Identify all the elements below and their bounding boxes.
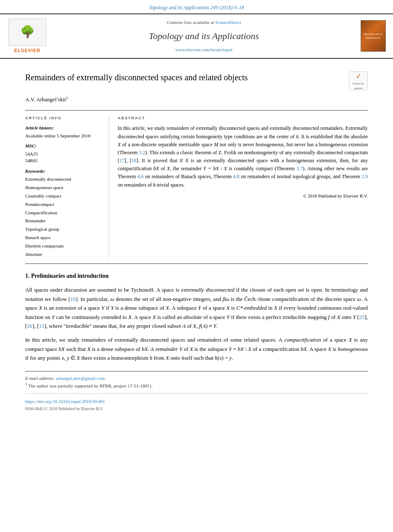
theorem-4-6-link[interactable]: 4.6 bbox=[137, 174, 144, 179]
check-updates-badge: ✓ Check for updates bbox=[349, 71, 368, 90]
check-label: Check for updates bbox=[351, 82, 366, 90]
email-link[interactable]: arhangel.alex@gmail.com bbox=[56, 376, 105, 381]
issn-text: 0166-8641/© 2018 Published by Elsevier B… bbox=[25, 406, 368, 412]
doi-link[interactable]: https://doi.org/10.1016/j.topol.2018.09.… bbox=[25, 399, 105, 404]
keywords-label: Keywords: bbox=[25, 168, 103, 175]
msc-2: 54R05 bbox=[25, 158, 37, 163]
msc-label: MSC: bbox=[25, 142, 103, 150]
keyword-item: Pseudocompact bbox=[25, 200, 103, 209]
journal-cover-title: Topology and its Applications bbox=[363, 32, 384, 40]
article-info-header: ARTICLE INFO bbox=[25, 116, 103, 121]
author-sup: 1 bbox=[66, 96, 68, 100]
elsevier-logo-box: 🌳 bbox=[8, 18, 46, 46]
theorem-2-9-link[interactable]: 2.9 bbox=[361, 174, 368, 179]
ref-18-link[interactable]: 18 bbox=[132, 158, 137, 163]
elsevier-wordmark: ELSEVIER bbox=[14, 47, 40, 54]
article-title: Remainders of extremally disconnected sp… bbox=[25, 71, 343, 83]
theorem-3-2-link[interactable]: 3.2 bbox=[139, 150, 145, 155]
journal-thumbnail: Topology and its Applications bbox=[359, 18, 387, 54]
ref-17-link[interactable]: 17 bbox=[119, 158, 124, 163]
ref-26-link[interactable]: 26 bbox=[27, 323, 32, 329]
elsevier-logo-area: 🌳 ELSEVIER bbox=[6, 18, 48, 54]
msc-values: 54A25 54R05 bbox=[25, 150, 103, 164]
keyword-item: Homogeneous space bbox=[25, 184, 103, 192]
ref-16-link[interactable]: 16 bbox=[70, 296, 76, 302]
keyword-item: Eberlein compactum bbox=[25, 242, 103, 250]
msc-1: 54A25 bbox=[25, 151, 38, 156]
journal-url[interactable]: www.elsevier.com/locate/topol bbox=[53, 46, 355, 53]
section-1-para1: All spaces under discussion are assumed … bbox=[25, 285, 368, 330]
check-icon: ✓ bbox=[356, 71, 361, 82]
banner-center: Contents lists available at ScienceDirec… bbox=[53, 18, 355, 54]
sciencedirect-link[interactable]: ScienceDirect bbox=[215, 20, 241, 25]
abstract-column: ABSTRACT In this article, we study remai… bbox=[118, 116, 368, 258]
section-1-title: 1. Preliminaries and introduction bbox=[25, 271, 368, 280]
history-label: Article history: bbox=[25, 124, 103, 132]
available-online: Available online 5 September 2018 bbox=[25, 132, 103, 140]
abstract-text: In this article, we study remainders of … bbox=[118, 124, 368, 189]
keyword-item: Topological group bbox=[25, 225, 103, 234]
copyright-text: © 2018 Published by Elsevier B.V. bbox=[118, 192, 368, 200]
journal-header: Topology and its Applications 249 (2018)… bbox=[0, 0, 393, 14]
ref-15-link[interactable]: 15 bbox=[39, 323, 45, 329]
email-footnote: E-mail address: arhangel.alex@gmail.com. bbox=[25, 375, 368, 382]
article-title-section: Remainders of extremally disconnected sp… bbox=[25, 71, 368, 90]
contents-line: Contents lists available at ScienceDirec… bbox=[53, 19, 355, 26]
keyword-item: Banach space bbox=[25, 234, 103, 242]
author-line: A.V. Arhangel’skii1 bbox=[25, 95, 368, 104]
section-1-para2: In this article, we study remainders of … bbox=[25, 335, 368, 362]
author-name: A.V. Arhangel’skii bbox=[25, 96, 66, 103]
keyword-item: Absolute bbox=[25, 250, 103, 259]
keyword-item: Remainder bbox=[25, 217, 103, 225]
journal-name: Topology and its Applications bbox=[53, 29, 355, 43]
keyword-item: Countably compact bbox=[25, 192, 103, 200]
keywords-list: Extremally disconnected Homogeneous spac… bbox=[25, 175, 103, 258]
journal-cover-image: Topology and its Applications bbox=[361, 20, 386, 52]
article-info-column: ARTICLE INFO Article history: Available … bbox=[25, 116, 109, 258]
theorem-4-8-link[interactable]: 4.8 bbox=[233, 174, 240, 179]
keyword-item: Extremally disconnected bbox=[25, 175, 103, 184]
theorem-3-7-link[interactable]: 3.7 bbox=[296, 166, 303, 171]
elsevier-tree-icon: 🌳 bbox=[20, 26, 35, 38]
article-info-abstract: ARTICLE INFO Article history: Available … bbox=[25, 110, 368, 264]
footnote-1: 1 The author was partially supported by … bbox=[25, 382, 368, 389]
footnote-section: E-mail address: arhangel.alex@gmail.com.… bbox=[25, 371, 368, 390]
journal-header-title: Topology and its Applications 249 (2018)… bbox=[149, 5, 244, 11]
journal-banner: 🌳 ELSEVIER Contents lists available at S… bbox=[0, 14, 393, 59]
abstract-header: ABSTRACT bbox=[118, 116, 368, 121]
main-content: Remainders of extremally disconnected sp… bbox=[0, 59, 393, 420]
doi-section: https://doi.org/10.1016/j.topol.2018.09.… bbox=[25, 393, 368, 412]
ref-25-link[interactable]: 25 bbox=[359, 314, 364, 320]
keyword-item: Compactification bbox=[25, 209, 103, 217]
